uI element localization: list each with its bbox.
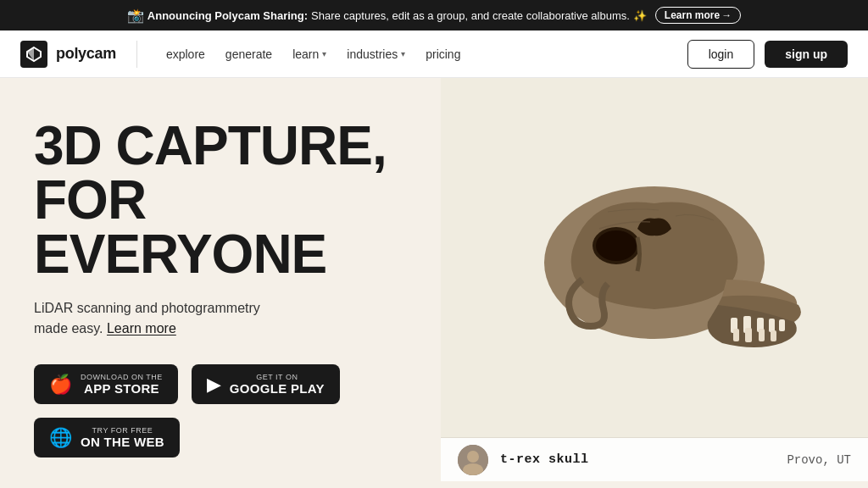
caption-avatar bbox=[458, 445, 488, 475]
svg-point-15 bbox=[467, 451, 479, 463]
nav-generate[interactable]: generate bbox=[217, 42, 281, 66]
cta-buttons: 🍎 DOWNLOAD ON THE APP STORE ▶ GET IT ON … bbox=[34, 364, 407, 404]
hero-title: 3D CAPTURE, FOR EVERYONE bbox=[34, 119, 407, 281]
svg-rect-8 bbox=[769, 319, 775, 332]
nav-divider bbox=[136, 41, 137, 68]
app-store-small-text: DOWNLOAD ON THE bbox=[81, 373, 163, 381]
bottom-caption: t-rex skull Provo, UT bbox=[441, 437, 868, 481]
play-icon: ▶ bbox=[207, 375, 221, 394]
svg-point-4 bbox=[596, 230, 637, 261]
nav-right: login sign up bbox=[687, 40, 848, 69]
svg-rect-10 bbox=[733, 329, 739, 341]
app-store-button[interactable]: 🍎 DOWNLOAD ON THE APP STORE bbox=[34, 364, 178, 404]
nav-learn-label: learn bbox=[292, 47, 319, 61]
nav-industries[interactable]: industries ▾ bbox=[338, 42, 414, 66]
svg-rect-9 bbox=[779, 319, 785, 331]
logo-area[interactable]: polycam bbox=[20, 41, 116, 68]
hero-title-line2: EVERYONE bbox=[34, 224, 326, 285]
signup-button[interactable]: sign up bbox=[765, 41, 848, 68]
try-free-button[interactable]: 🌐 TRY FOR FREE ON THE WEB bbox=[34, 418, 180, 458]
announcement-learn-more-link[interactable]: Learn more → bbox=[655, 7, 741, 24]
apple-icon: 🍎 bbox=[49, 375, 72, 394]
google-play-large-text: GOOGLE PLAY bbox=[230, 381, 325, 396]
trex-image-container bbox=[493, 144, 815, 415]
web-icon: 🌐 bbox=[49, 429, 72, 447]
app-store-large-text: APP STORE bbox=[81, 381, 163, 396]
nav-pricing-label: pricing bbox=[426, 47, 460, 61]
login-button[interactable]: login bbox=[687, 40, 755, 69]
announcement-sparkle: ✨ bbox=[633, 9, 647, 22]
nav-links: explore generate learn ▾ industries ▾ pr… bbox=[158, 42, 687, 66]
announcement-learn-more-label: Learn more bbox=[665, 9, 720, 21]
nav-industries-label: industries bbox=[347, 47, 398, 61]
svg-rect-13 bbox=[771, 330, 776, 341]
announcement-emoji: 📸 bbox=[127, 8, 144, 24]
nav-learn[interactable]: learn ▾ bbox=[284, 42, 335, 66]
announcement-arrow: → bbox=[721, 9, 732, 21]
nav-generate-label: generate bbox=[225, 47, 272, 61]
try-free-text: TRY FOR FREE ON THE WEB bbox=[81, 426, 164, 449]
app-store-text: DOWNLOAD ON THE APP STORE bbox=[81, 373, 163, 396]
logo-icon bbox=[20, 41, 47, 68]
right-panel: t-rex skull Provo, UT bbox=[441, 78, 868, 481]
google-play-small-text: GET IT ON bbox=[230, 373, 325, 381]
try-free-row: 🌐 TRY FOR FREE ON THE WEB bbox=[34, 418, 407, 458]
nav-pricing[interactable]: pricing bbox=[417, 42, 469, 66]
google-play-button[interactable]: ▶ GET IT ON GOOGLE PLAY bbox=[192, 364, 340, 404]
logo-text: polycam bbox=[56, 45, 116, 63]
nav-explore[interactable]: explore bbox=[158, 42, 214, 66]
announcement-description: Share captures, edit as a group, and cre… bbox=[311, 9, 630, 22]
nav-learn-chevron: ▾ bbox=[322, 49, 326, 58]
svg-rect-12 bbox=[759, 329, 765, 341]
try-free-small-text: TRY FOR FREE bbox=[81, 426, 164, 435]
try-free-large-text: ON THE WEB bbox=[81, 435, 164, 449]
hero-subtitle: LiDAR scanning and photogrammetrymade ea… bbox=[34, 298, 407, 339]
caption-location: Provo, UT bbox=[787, 453, 851, 467]
announcement-bar: 📸 Announcing Polycam Sharing: Share capt… bbox=[0, 0, 868, 30]
skull-svg bbox=[506, 161, 803, 398]
nav-industries-chevron: ▾ bbox=[401, 49, 405, 58]
caption-title: t-rex skull bbox=[500, 452, 589, 467]
left-panel: 3D CAPTURE, FOR EVERYONE LiDAR scanning … bbox=[0, 78, 441, 481]
google-play-text: GET IT ON GOOGLE PLAY bbox=[230, 373, 325, 396]
hero-title-line1: 3D CAPTURE, FOR bbox=[34, 115, 387, 230]
hero-learn-more-link[interactable]: Learn more bbox=[107, 321, 176, 336]
nav-explore-label: explore bbox=[166, 47, 205, 61]
svg-rect-11 bbox=[745, 328, 752, 342]
main-layout: 3D CAPTURE, FOR EVERYONE LiDAR scanning … bbox=[0, 78, 868, 481]
navbar: polycam explore generate learn ▾ industr… bbox=[0, 30, 868, 78]
announcement-bold: Announcing Polycam Sharing: bbox=[147, 9, 308, 22]
